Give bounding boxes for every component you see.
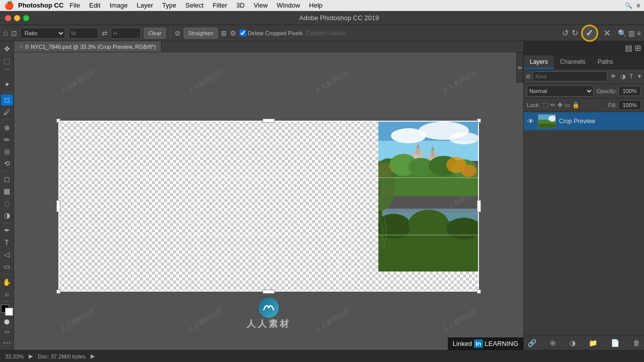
cancel-crop-icon[interactable]: ✕ <box>603 28 611 39</box>
height-input[interactable] <box>111 28 141 39</box>
minimize-button[interactable] <box>14 15 20 21</box>
crop-handle-tr[interactable] <box>477 119 481 123</box>
tool-gradient[interactable]: ▦ <box>1 186 13 197</box>
tool-marquee[interactable]: ⬚ <box>1 55 13 66</box>
crop-handle-tl[interactable] <box>56 119 60 123</box>
lock-artboard-icon[interactable]: ▭ <box>565 102 570 109</box>
grid-icon[interactable]: ⊞ <box>221 29 227 37</box>
tool-pen[interactable]: ✒ <box>1 225 13 236</box>
swap-icon[interactable]: ⇄ <box>102 29 108 37</box>
crop-handle-bl[interactable] <box>56 290 60 294</box>
app-name[interactable]: Photoshop CC <box>18 2 63 9</box>
straighten-button[interactable]: Straighten <box>184 28 218 39</box>
ratio-select[interactable]: Ratio W x H x Resolution Original Ratio <box>20 28 65 39</box>
menu-image[interactable]: Image <box>106 0 132 11</box>
tool-brush[interactable]: ✏ <box>1 134 13 145</box>
lock-transparency-icon[interactable]: ⬚ <box>543 102 548 109</box>
lock-position-icon[interactable]: ✥ <box>557 102 562 109</box>
type-filter[interactable]: T <box>628 73 634 80</box>
tab-layers[interactable]: Layers <box>524 55 554 69</box>
new-group-btn[interactable]: 📁 <box>588 338 598 348</box>
tool-move[interactable]: ✥ <box>1 43 13 54</box>
redo-icon[interactable]: ↻ <box>572 28 578 38</box>
menu-help[interactable]: Help <box>305 0 327 11</box>
menu-layer[interactable]: Layer <box>133 0 157 11</box>
tool-zoom[interactable]: ⌕ <box>1 289 13 300</box>
quick-mask-icon[interactable]: ⬤ <box>4 319 10 324</box>
crop-handle-ml[interactable] <box>56 200 60 212</box>
tab-close[interactable]: ✕ <box>19 44 23 49</box>
crop-handle-br[interactable] <box>477 290 481 294</box>
tab-paths[interactable]: Paths <box>592 55 619 69</box>
crop-handle-tm[interactable] <box>263 119 275 123</box>
menu-filter[interactable]: Filter <box>209 0 231 11</box>
menu-3d[interactable]: 3D <box>232 0 249 11</box>
tool-text[interactable]: T <box>1 237 13 248</box>
panel-collapse-arrow[interactable]: ≫ <box>516 52 523 82</box>
layout-icon[interactable]: ▥ <box>628 29 635 37</box>
status-arrow[interactable]: ▶ <box>29 353 33 359</box>
notification-icon[interactable]: ≡ <box>636 2 640 9</box>
screen-mode-icon[interactable]: ▭ <box>5 329 9 334</box>
menu-view[interactable]: View <box>250 0 272 11</box>
delete-layer-btn[interactable]: 🗑 <box>632 338 641 348</box>
adjustment-filter[interactable]: ◑ <box>619 73 626 80</box>
menu-window[interactable]: Window <box>273 0 304 11</box>
link-layers-btn[interactable]: 🔗 <box>527 338 537 348</box>
panel-icon-1[interactable]: ▤ <box>625 43 632 53</box>
tool-history-brush[interactable]: ⟲ <box>1 158 13 169</box>
tool-hand[interactable]: ✋ <box>1 277 13 288</box>
menu-file[interactable]: File <box>65 0 84 11</box>
tool-blur[interactable]: ◌ <box>1 198 13 209</box>
crop-handle-mr[interactable] <box>477 200 481 212</box>
hamburger-icon[interactable]: ≡ <box>637 29 641 37</box>
menu-type[interactable]: Type <box>158 0 180 11</box>
new-layer-btn[interactable]: 📄 <box>610 338 620 348</box>
lock-all-icon[interactable]: 🔒 <box>572 102 580 109</box>
status-expand[interactable]: ▶ <box>91 353 95 359</box>
width-input[interactable] <box>68 28 99 39</box>
maximize-button[interactable] <box>23 15 29 21</box>
undo-icon[interactable]: ↺ <box>562 28 569 38</box>
add-mask-btn[interactable]: ◑ <box>569 338 577 348</box>
commit-crop-button[interactable]: ✓ <box>581 25 598 42</box>
search-icon[interactable]: 🔍 <box>625 2 632 9</box>
fill-input[interactable] <box>618 100 641 110</box>
menu-edit[interactable]: Edit <box>85 0 104 11</box>
lock-pixels-icon[interactable]: ✏ <box>550 102 555 109</box>
straighten-icon[interactable]: ⊘ <box>175 29 181 37</box>
close-button[interactable] <box>5 15 11 21</box>
layer-visibility-filter[interactable]: 👁 <box>609 73 617 80</box>
clear-button[interactable]: Clear <box>144 28 166 39</box>
document-tab[interactable]: ✕ © NYC1_7846.psd @ 33.3% (Crop Preview,… <box>14 41 162 52</box>
filter-type-icon[interactable]: ⊘ <box>526 73 531 80</box>
tool-path-select[interactable]: ◁ <box>1 249 13 260</box>
add-style-btn[interactable]: ⊕ <box>549 338 557 348</box>
tool-eraser[interactable]: ◻ <box>1 173 13 185</box>
menu-select[interactable]: Select <box>181 0 207 11</box>
crop-handle-bm[interactable] <box>263 290 275 294</box>
extra-tools-icon[interactable]: … <box>3 335 12 348</box>
delete-cropped-input[interactable] <box>239 30 246 36</box>
layer-item-crop-preview[interactable]: 👁 Crop Preview <box>524 112 644 130</box>
settings-icon[interactable]: ⚙ <box>230 29 236 37</box>
panel-icon-2[interactable]: ⊞ <box>634 43 641 53</box>
tab-channels[interactable]: Channels <box>554 55 592 69</box>
tool-magic-wand[interactable]: ✦ <box>1 79 13 90</box>
tool-dodge[interactable]: ◑ <box>1 210 13 221</box>
layer-visibility-icon[interactable]: 👁 <box>527 117 535 125</box>
tool-spot-heal[interactable]: ⊕ <box>1 122 13 133</box>
delete-cropped-checkbox[interactable]: Delete Cropped Pixels <box>239 30 302 36</box>
search-panel-icon[interactable]: 🔍 <box>618 29 626 37</box>
crop-frame-icon[interactable]: ⊡ <box>11 29 17 37</box>
tool-clone[interactable]: ◎ <box>1 146 13 157</box>
blend-mode-select[interactable]: Normal Dissolve Multiply Screen Overlay <box>527 85 594 97</box>
tool-lasso[interactable]: ⌒ <box>1 67 13 78</box>
smart-filter[interactable]: ✦ <box>636 73 643 80</box>
tool-eyedropper[interactable]: 🖊 <box>1 107 13 118</box>
opacity-input[interactable] <box>618 86 641 96</box>
tool-crop[interactable]: ⊡ <box>1 95 13 106</box>
apple-menu[interactable]: 🍎 <box>4 1 14 10</box>
tool-shape[interactable]: ▭ <box>1 261 13 272</box>
home-icon[interactable]: ⌂ <box>3 29 8 38</box>
